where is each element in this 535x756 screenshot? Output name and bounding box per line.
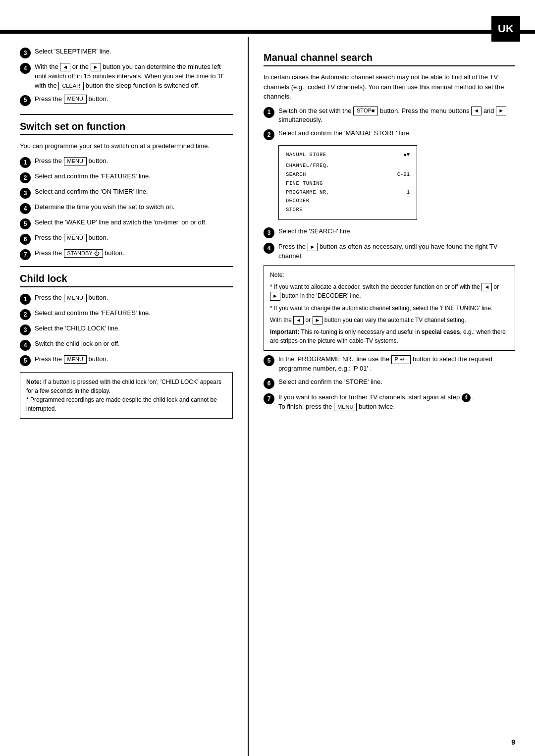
note-important: Important: <box>270 328 299 335</box>
arrow-right-note: ► <box>270 292 280 300</box>
switch-step-num-4: 4 <box>20 203 31 214</box>
child-step-5: 5 Press the MENU button. <box>20 355 233 366</box>
manual-step-7-text: If you want to search for further TV cha… <box>278 393 515 412</box>
manual-intro: In certain cases the Automatic channel s… <box>264 72 515 102</box>
manual-heading: Manual channel search <box>264 52 515 66</box>
pre-step-4: 4 With the ◄ or the ► button you can det… <box>20 62 233 91</box>
switch-step-num-6: 6 <box>20 234 31 245</box>
child-step-5-text: Press the MENU button. <box>35 355 233 364</box>
switch-step-7-text: Press the STANDBY ⏻ button. <box>35 249 233 258</box>
ms-row-store: STORE <box>286 206 410 215</box>
manual-step-num-7: 7 <box>264 393 274 404</box>
ms-row-decoder: DECODER <box>286 197 410 206</box>
manual-step-num-2: 2 <box>264 129 274 140</box>
p-plus-minus-btn: P +/– <box>391 355 411 364</box>
switch-step-1-text: Press the MENU button. <box>35 157 233 166</box>
manual-store-table: MANUAL STORE ▲▼ CHANNEL/FREQ. SEARCH C-2… <box>278 145 417 220</box>
arrow-right-note-2: ► <box>313 316 323 324</box>
arrow-right-btn-3: ► <box>308 243 318 251</box>
switch-step-num-2: 2 <box>20 172 31 183</box>
ms-search-label: SEARCH <box>286 170 306 179</box>
ms-row-channel: CHANNEL/FREQ. <box>286 162 410 170</box>
arrow-left-note-2: ◄ <box>293 316 304 324</box>
menu-btn-pre: MENU <box>64 95 87 103</box>
ms-prog-value: 1 <box>407 188 410 197</box>
stop-btn: STOP■ <box>353 107 378 115</box>
manual-step-6: 6 Select and confirm the 'STORE' line. <box>264 378 515 389</box>
switch-step-4: 4 Determine the time you wish the set to… <box>20 203 233 214</box>
manual-step-4-text: Press the ► button as often as necessary… <box>278 242 515 261</box>
ms-table-header: MANUAL STORE ▲▼ <box>286 151 410 160</box>
step-num-5: 5 <box>20 95 31 106</box>
switch-step-num-1: 1 <box>20 157 31 168</box>
page-number: 9 <box>511 738 515 746</box>
child-heading: Child lock <box>20 273 233 287</box>
content-area: 3 Select 'SLEEPTIMER' line. 4 With the ◄… <box>0 37 535 756</box>
manual-step-5-text: In the 'PROGRAMME NR.' line use the P +/… <box>278 355 515 374</box>
step-ref-4: 4 <box>462 393 471 402</box>
step-num-4: 4 <box>20 63 31 74</box>
ms-header-arrows: ▲▼ <box>403 151 410 160</box>
pre-step-5: 5 Press the MENU button. <box>20 95 233 106</box>
pre-step-4-text: With the ◄ or the ► button you can deter… <box>35 62 233 91</box>
ms-row-search: SEARCH C-21 <box>286 170 410 179</box>
child-step-num-3: 3 <box>20 324 31 335</box>
ms-prog-label: PROGRAMME NR. <box>286 188 329 197</box>
manual-step-7: 7 If you want to search for further TV c… <box>264 393 515 412</box>
ms-decoder-label: DECODER <box>286 197 310 206</box>
child-step-4-text: Switch the child lock on or off. <box>35 339 233 349</box>
switch-intro: You can programme your set to switch on … <box>20 141 233 151</box>
manual-step-3: 3 Select the 'SEARCH' line. <box>264 227 515 238</box>
child-step-num-5: 5 <box>20 355 31 366</box>
switch-step-num-5: 5 <box>20 218 31 229</box>
note-special-cases: special cases <box>422 328 460 335</box>
manual-step-2-text: Select and confirm the 'MANUAL STORE' li… <box>278 129 515 138</box>
child-note-text: Note: If a button is pressed with the ch… <box>26 378 226 413</box>
manual-step-6-text: Select and confirm the 'STORE' line. <box>278 378 515 387</box>
child-step-num-4: 4 <box>20 340 31 351</box>
menu-btn-m7: MENU <box>334 403 357 411</box>
switch-step-7: 7 Press the STANDBY ⏻ button. <box>20 249 233 260</box>
note-line-4: Important: This re-tuning is only necess… <box>270 327 509 345</box>
child-step-1: 1 Press the MENU button. <box>20 293 233 305</box>
switch-step-1: 1 Press the MENU button. <box>20 157 233 168</box>
step-num-3: 3 <box>20 48 31 58</box>
child-step-3: 3 Select the 'CHILD LOCK' line. <box>20 324 233 335</box>
pre-step-3-text: Select 'SLEEPTIMER' line. <box>35 47 233 56</box>
uk-label: UK <box>498 22 514 35</box>
manual-step-num-5: 5 <box>264 355 274 366</box>
manual-step-2: 2 Select and confirm the 'MANUAL STORE' … <box>264 129 515 140</box>
arrow-left-btn-2: ◄ <box>471 107 482 115</box>
menu-btn-sw6: MENU <box>64 234 87 242</box>
pre-section: 3 Select 'SLEEPTIMER' line. 4 With the ◄… <box>20 47 233 106</box>
arrow-right-btn-1: ► <box>91 63 101 71</box>
divider-2 <box>20 266 233 267</box>
manual-step-1: 1 Switch on the set with the STOP■ butto… <box>264 107 515 125</box>
arrow-right-btn-2: ► <box>496 107 506 115</box>
menu-btn-ch5: MENU <box>64 355 87 364</box>
switch-step-2-text: Select and confirm the 'FEATURES' line. <box>35 172 233 181</box>
note-title: Note: <box>270 270 509 279</box>
child-step-num-2: 2 <box>20 309 31 320</box>
arrow-left-note: ◄ <box>482 283 492 291</box>
switch-step-6: 6 Press the MENU button. <box>20 233 233 245</box>
ms-search-value: C-21 <box>397 170 410 179</box>
manual-step-num-4: 4 <box>264 243 274 254</box>
switch-step-5: 5 Select the 'WAKE UP' line and switch t… <box>20 218 233 229</box>
switch-step-4-text: Determine the time you wish the set to s… <box>35 203 233 212</box>
child-step-3-text: Select the 'CHILD LOCK' line. <box>35 324 233 333</box>
switch-step-3-text: Select and confirm the 'ON TIMER' line. <box>35 187 233 197</box>
manual-step-4: 4 Press the ► button as often as necessa… <box>264 242 515 261</box>
switch-step-num-7: 7 <box>20 249 31 260</box>
switch-step-2: 2 Select and confirm the 'FEATURES' line… <box>20 172 233 183</box>
child-step-2: 2 Select and confirm the 'FEATURES' line… <box>20 309 233 320</box>
manual-step-1-text: Switch on the set with the STOP■ button.… <box>278 107 515 125</box>
pre-step-5-text: Press the MENU button. <box>35 95 233 104</box>
ms-header-label: MANUAL STORE <box>286 151 326 160</box>
ms-row-fine: FINE TUNING <box>286 179 410 188</box>
page-wrapper: UK 3 Select 'SLEEPTIMER' line. 4 With th… <box>0 0 535 756</box>
switch-step-6-text: Press the MENU button. <box>35 233 233 243</box>
note-line-3: With the ◄ or ► button you can vary the … <box>270 316 509 325</box>
child-section: Child lock 1 Press the MENU button. 2 Se… <box>20 273 233 419</box>
child-step-1-text: Press the MENU button. <box>35 293 233 303</box>
